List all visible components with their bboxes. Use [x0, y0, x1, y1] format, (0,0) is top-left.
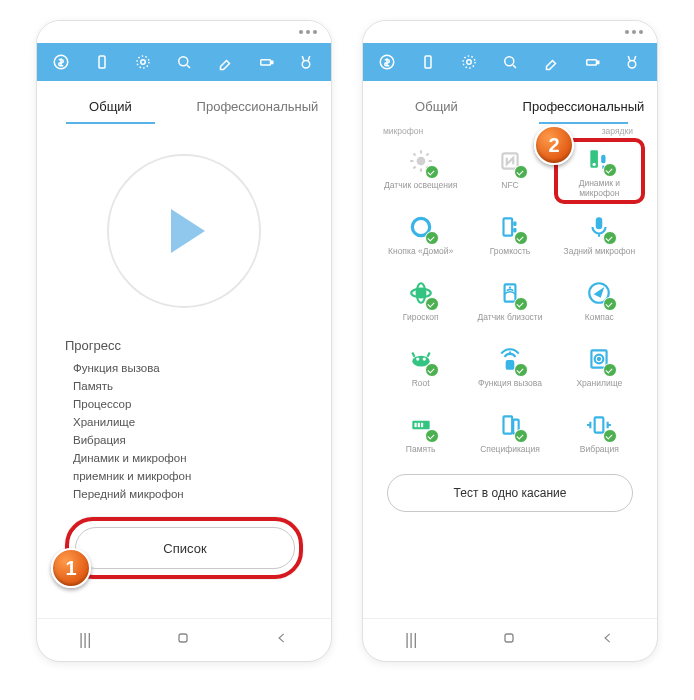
svg-point-3: [137, 56, 149, 68]
phone-icon[interactable]: [417, 51, 439, 73]
grid-item-home-circle[interactable]: Кнопка «Домой»: [377, 206, 464, 268]
svg-rect-47: [505, 634, 513, 642]
grid-item-label: Кнопка «Домой»: [388, 246, 453, 266]
svg-point-20: [593, 163, 596, 166]
check-icon: [603, 163, 617, 177]
progress-item: Хранилище: [73, 413, 313, 431]
grid-item-volume[interactable]: Громкость: [466, 206, 553, 268]
tabs: Общий Профессиональный: [363, 81, 657, 124]
annotation-badge-1: 1: [51, 548, 91, 588]
call-signal-icon: [495, 344, 525, 374]
progress-item: Вибрация: [73, 431, 313, 449]
tab-pro[interactable]: Профессиональный: [510, 91, 657, 124]
dollar-icon[interactable]: [376, 51, 398, 73]
grid-item-memory[interactable]: Память: [377, 404, 464, 466]
grid-item-label: Динамик и микрофон: [558, 178, 641, 198]
svg-rect-1: [99, 56, 105, 68]
grid-item-label: Спецификация: [480, 444, 540, 464]
progress-item: Функция вызова: [73, 359, 313, 377]
grid-item-label: Функция вызова: [478, 378, 542, 398]
grid-item-sun[interactable]: Датчик освещения: [377, 140, 464, 202]
dollar-icon[interactable]: [50, 51, 72, 73]
gear-icon[interactable]: [458, 51, 480, 73]
grid-item-mic[interactable]: Задний микрофон: [556, 206, 643, 268]
memory-icon: [406, 410, 436, 440]
android-nav: |||: [363, 618, 657, 661]
grid-item-call-signal[interactable]: Функция вызова: [466, 338, 553, 400]
grid-item-label: Датчик освещения: [384, 180, 457, 200]
svg-rect-21: [601, 155, 605, 164]
svg-rect-42: [417, 423, 419, 427]
grid-item-label: Хранилище: [576, 378, 622, 398]
search-icon[interactable]: [173, 51, 195, 73]
grid-item-label: Компас: [585, 312, 614, 332]
vibration-icon: [584, 410, 614, 440]
battery-icon[interactable]: [581, 51, 603, 73]
svg-rect-23: [503, 218, 512, 235]
svg-point-27: [417, 290, 424, 297]
svg-rect-26: [596, 217, 603, 229]
svg-point-11: [467, 60, 472, 65]
progress-list: Функция вызова Память Процессор Хранилищ…: [73, 359, 313, 503]
grid-item-proximity[interactable]: Датчик близости: [466, 272, 553, 334]
check-icon: [514, 429, 528, 443]
svg-point-12: [463, 56, 475, 68]
svg-point-31: [509, 287, 511, 289]
rabbit-icon[interactable]: [295, 51, 317, 73]
svg-rect-14: [586, 60, 596, 65]
grid-item-root[interactable]: Root: [377, 338, 464, 400]
brush-icon[interactable]: [540, 51, 562, 73]
grid-item-gyro[interactable]: Гироскоп: [377, 272, 464, 334]
svg-rect-8: [179, 634, 187, 642]
nav-back-icon[interactable]: [275, 631, 289, 649]
grid-item-spec[interactable]: Спецификация: [466, 404, 553, 466]
tab-pro[interactable]: Профессиональный: [184, 91, 331, 124]
svg-point-34: [416, 357, 419, 360]
nav-recent-icon[interactable]: |||: [405, 631, 417, 649]
progress-title: Прогресс: [65, 338, 313, 353]
nav-home-icon[interactable]: [175, 630, 191, 650]
section-label-left: микрофон: [383, 126, 423, 136]
check-icon: [514, 165, 528, 179]
storage-icon: [584, 344, 614, 374]
phone-icon[interactable]: [91, 51, 113, 73]
battery-icon[interactable]: [255, 51, 277, 73]
svg-point-2: [141, 60, 146, 65]
test-grid: Датчик освещения NFC Динамик и микрофон …: [373, 140, 647, 466]
rabbit-icon[interactable]: [621, 51, 643, 73]
tabs: Общий Профессиональный: [37, 81, 331, 124]
section-label-right: зарядки: [602, 126, 633, 136]
progress-item: Динамик и микрофон: [73, 449, 313, 467]
check-icon: [603, 297, 617, 311]
search-icon[interactable]: [499, 51, 521, 73]
grid-item-compass[interactable]: Компас: [556, 272, 643, 334]
svg-rect-24: [513, 222, 516, 226]
grid-item-storage[interactable]: Хранилище: [556, 338, 643, 400]
grid-item-label: Root: [412, 378, 430, 398]
nav-back-icon[interactable]: [601, 631, 615, 649]
play-button[interactable]: [107, 154, 261, 308]
tab-general[interactable]: Общий: [37, 91, 184, 124]
svg-rect-5: [260, 60, 270, 65]
gyro-icon: [406, 278, 436, 308]
check-icon: [425, 165, 439, 179]
list-button-highlight: Список: [65, 517, 303, 579]
progress-item: Передний микрофон: [73, 485, 313, 503]
nav-home-icon[interactable]: [501, 630, 517, 650]
brush-icon[interactable]: [214, 51, 236, 73]
spec-icon: [495, 410, 525, 440]
grid-item-vibration[interactable]: Вибрация: [556, 404, 643, 466]
sun-icon: [406, 146, 436, 176]
nav-recent-icon[interactable]: |||: [79, 631, 91, 649]
test-one-touch-button[interactable]: Тест в одно касание: [387, 474, 633, 512]
list-button[interactable]: Список: [75, 527, 295, 569]
check-icon: [425, 363, 439, 377]
gear-icon[interactable]: [132, 51, 154, 73]
svg-point-35: [422, 357, 425, 360]
tab-general[interactable]: Общий: [363, 91, 510, 124]
mic-icon: [584, 212, 614, 242]
check-icon: [514, 231, 528, 245]
svg-rect-46: [595, 417, 604, 432]
svg-point-13: [505, 57, 514, 66]
svg-point-7: [303, 61, 311, 69]
